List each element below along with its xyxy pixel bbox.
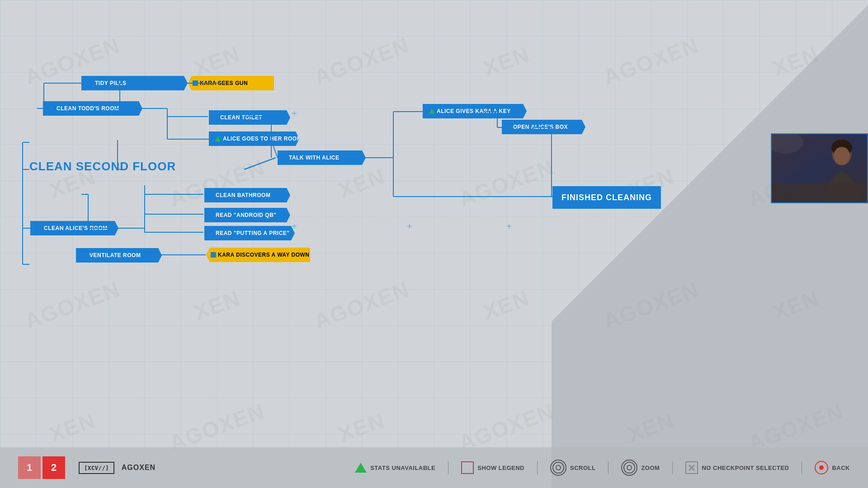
plus-marker-4: + [292,108,297,119]
clean-todds-room-node[interactable]: CLEAN TODD'S ROOM [43,101,142,116]
plus-marker-2: + [407,221,412,232]
zoom-control: ZOOM [621,460,660,476]
talk-with-alice-node[interactable]: TALK WITH ALICE [278,150,366,165]
logo-badge: [XCV//] [79,462,114,474]
plus-marker-3: + [506,221,512,232]
scroll-control: SCROLL [550,460,595,476]
connectors-svg [0,0,868,488]
back-control[interactable]: BACK [815,461,850,474]
separator-2 [537,461,538,474]
stats-label: STATS UNAVAILABLE [370,465,435,471]
back-label: BACK [832,465,850,471]
svg-point-45 [834,147,850,165]
separator-3 [608,461,609,474]
square-icon [461,461,474,474]
open-alices-box-arrow [508,125,511,129]
ventilate-room-arrow [82,252,87,258]
svg-point-51 [627,465,632,470]
open-alices-box-node[interactable]: OPEN ALICE'S BOX [502,120,585,134]
talk-with-alice-arrow [284,155,287,160]
separator-4 [672,461,673,474]
clean-bathroom-node[interactable]: CLEAN BATHROOM [204,188,290,202]
page-tab-2[interactable]: 2 [42,456,65,479]
svg-line-12 [244,158,276,169]
svg-point-48 [553,462,564,473]
read-putting-price-arrow [211,231,214,235]
alice-goes-room-node[interactable]: ALICE GOES TO HER ROOM [209,131,299,146]
finished-cleaning-node[interactable]: FINISHED CLEANING [552,186,661,209]
kara-sees-gun-icon [193,80,198,86]
webcam-content [772,133,867,203]
circle-icon [815,461,828,474]
stats-control: STATS UNAVAILABLE [355,463,435,473]
read-android-qb-node[interactable]: READ "ANDROID QB" [204,208,290,222]
checkpoint-control: NO CHECKPOINT SELECTED [685,461,789,474]
clean-todds-room-arrow [49,105,54,112]
legend-label: SHOW LEGEND [477,465,524,471]
checkpoint-label: NO CHECKPOINT SELECTED [702,465,789,471]
tidy-pills-node[interactable]: TIDY PILLS [81,76,188,90]
kara-discovers-node[interactable]: KARA DISCOVERS A WAY DOWN [206,248,310,262]
scroll-label: SCROLL [570,465,595,471]
alice-gives-key-node[interactable]: ALICE GIVES KARA A KEY [423,104,527,118]
triangle-icon [355,463,367,473]
alice-gives-key-icon [429,108,434,114]
clean-alices-room-node[interactable]: CLEAN ALICE'S ROOM [30,221,118,235]
separator-5 [802,461,802,474]
clean-second-floor-node[interactable]: CLEAN SECOND FLOOR [29,160,176,174]
clean-alices-room-arrow [37,225,41,231]
separator-1 [448,461,448,474]
read-putting-price-node[interactable]: READ "PUTTING A PRICE" [204,226,295,240]
alice-goes-room-icon [215,136,221,141]
svg-line-13 [244,158,276,169]
clean-toilet-node[interactable]: CLEAN TOILET [209,110,290,125]
legend-control[interactable]: SHOW LEGEND [461,461,524,474]
clean-toilet-arrow [215,115,218,120]
svg-rect-46 [772,183,867,203]
kara-sees-gun-node[interactable]: KARA SEES GUN [188,76,274,90]
main-content: TIDY PILLS KARA SEES GUN CLEAN TODD'S RO… [0,0,868,488]
x-icon [685,461,698,474]
read-android-qb-arrow [211,213,214,217]
svg-point-50 [624,462,635,473]
svg-point-49 [556,465,561,470]
bottom-bar: 1 2 [XCV//] AGOXEN STATS UNAVAILABLE SHO… [0,447,868,488]
page-tab-1[interactable]: 1 [18,456,41,479]
webcam-thumbnail [771,133,868,203]
zoom-icon [621,460,637,476]
circle-inner [819,465,824,470]
zoom-label: ZOOM [641,465,660,471]
ventilate-room-node[interactable]: VENTILATE ROOM [76,248,162,263]
kara-discovers-icon [211,252,216,258]
page-tabs: 1 2 [18,456,65,479]
tidy-pills-arrow [88,80,92,86]
plus-marker-1: + [292,221,297,232]
bottom-controls: STATS UNAVAILABLE SHOW LEGEND SCROLL [355,460,850,476]
webcam-inner [772,134,867,202]
scroll-icon [550,460,566,476]
brand-name: AGOXEN [122,464,156,472]
clean-bathroom-arrow [211,193,214,197]
